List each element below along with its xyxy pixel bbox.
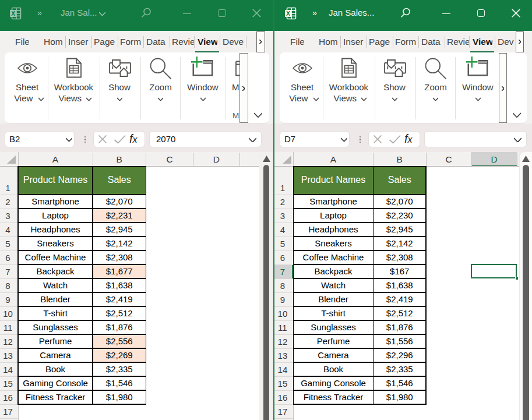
svg-text:X: X [11,9,15,16]
svg-text:X: X [286,9,290,16]
